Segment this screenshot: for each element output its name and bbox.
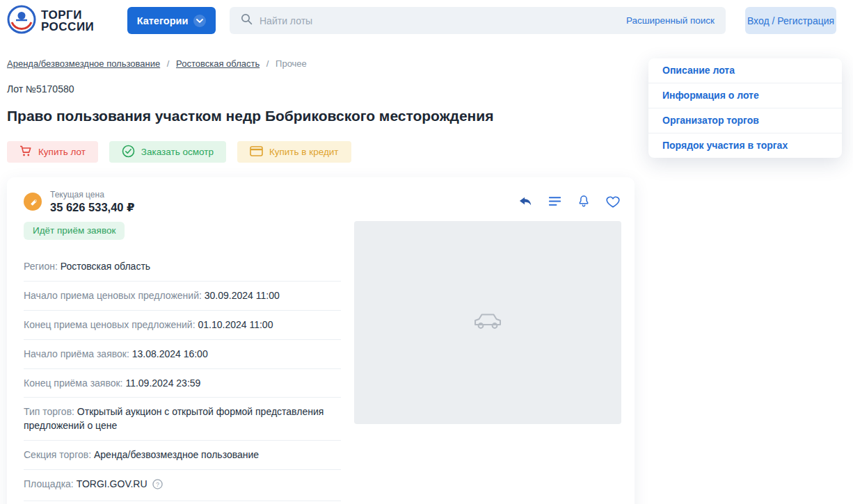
site-logo[interactable]: ТОРГИ РОССИИ [7,5,94,37]
lot-toolbar [518,194,621,209]
advanced-search-link[interactable]: Расширенный поиск [626,15,715,26]
compare-list-icon[interactable] [548,195,562,208]
top-bar: ТОРГИ РОССИИ Категории Расширенный поиск… [0,0,853,42]
detail-row-organizer: Организатор торгов: ЮГНЕДРА [24,501,341,504]
cart-icon [19,145,32,159]
breadcrumb-separator: / [266,58,269,69]
lot-details: Регион: Ростовская область Начало приема… [24,252,341,504]
lot-actions: Купить лот Заказать осмотр Купить в кред… [7,141,351,163]
search-icon [241,13,253,28]
logo-emblem-icon [7,5,36,37]
detail-row-section: Секция торгов: Аренда/безвозмездное поль… [24,441,341,470]
lot-nav-card: Описание лота Информация о лоте Организа… [648,58,842,158]
breadcrumb-link-category[interactable]: Аренда/безвозмездное пользование [7,58,160,69]
detail-row-bidding-start: Начало приема ценовых предложений: 30.09… [24,282,341,311]
detail-row-auction-type: Тип торгов: Открытый аукцион с открытой … [24,398,341,441]
bell-icon[interactable] [577,194,591,209]
sidebar-item-participation[interactable]: Порядок участия в торгах [648,133,842,158]
sidebar-item-description[interactable]: Описание лота [648,58,842,83]
search-bar: Расширенный поиск [230,7,726,34]
svg-text:?: ? [156,481,159,488]
price-value: 35 626 533,40 ₽ [50,201,135,214]
detail-row-platform: Площадка: TORGI.GOV.RU ? [24,470,341,501]
lot-number: Лот №5170580 [7,83,74,95]
sidebar-item-info[interactable]: Информация о лоте [648,83,842,108]
lot-image-placeholder [354,221,621,424]
logo-text: ТОРГИ РОССИИ [41,9,94,33]
credit-card-icon [250,146,263,158]
lot-card: Текущая цена 35 626 533,40 ₽ Идёт приём … [7,177,635,504]
buy-on-credit-button[interactable]: Купить в кредит [237,141,351,163]
breadcrumb-current: Прочее [276,58,307,69]
buy-lot-button[interactable]: Купить лот [7,141,98,163]
price-tag-icon [24,193,42,211]
detail-row-applications-start: Начало приёма заявок: 13.08.2024 16:00 [24,340,341,369]
heart-icon[interactable] [605,195,621,209]
status-badge: Идёт приём заявок [24,222,125,240]
login-button[interactable]: Вход / Регистрация [745,7,836,34]
detail-row-bidding-end: Конец приема ценовых предложений: 01.10.… [24,311,341,340]
breadcrumb-separator: / [167,58,170,69]
detail-row-applications-end: Конец приёма заявок: 11.09.2024 23:59 [24,369,341,398]
car-placeholder-icon [472,310,504,335]
breadcrumb: Аренда/безвозмездное пользование / Росто… [7,58,307,69]
back-arrow-icon[interactable] [518,195,533,208]
sidebar-item-organizer[interactable]: Организатор торгов [648,108,842,133]
chevron-down-icon [193,15,206,27]
price-label: Текущая цена [50,190,135,200]
price-block: Текущая цена 35 626 533,40 ₽ [50,190,135,214]
order-inspection-button[interactable]: Заказать осмотр [109,141,226,163]
categories-button[interactable]: Категории [127,7,216,34]
inspection-check-icon [122,145,135,160]
breadcrumb-link-region[interactable]: Ростовская область [176,58,260,69]
search-input[interactable] [260,15,619,26]
page-title: Право пользования участком недр Бобриков… [7,108,493,124]
detail-row-region: Регион: Ростовская область [24,252,341,282]
help-icon[interactable]: ? [152,479,163,494]
